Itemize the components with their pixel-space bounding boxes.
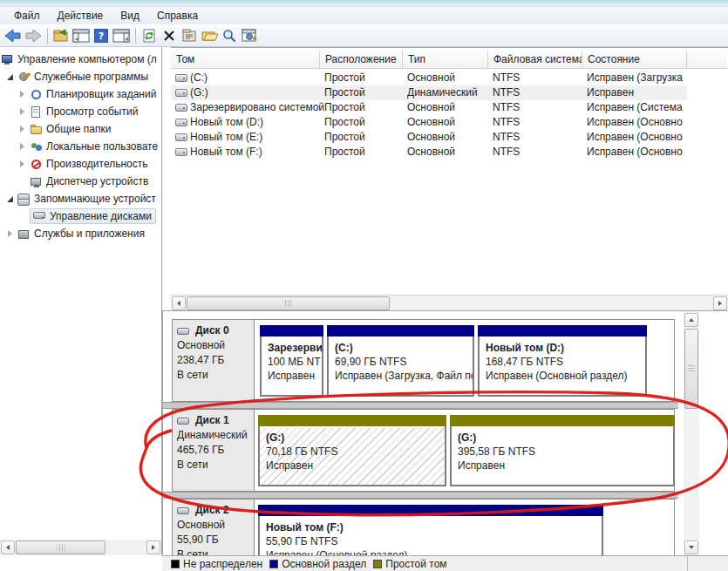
- disk0-partition-c[interactable]: (C:) 69,90 ГБ NTFS Исправен (Загрузка, Ф…: [327, 325, 474, 397]
- partition-color-bar: [450, 415, 675, 426]
- disk2-label[interactable]: Диск 2 Основной 55,90 ГБ В сети: [173, 500, 255, 556]
- collapsed-arrow-icon[interactable]: [17, 160, 28, 167]
- open-folder-icon[interactable]: [200, 26, 219, 45]
- tree-item-performance[interactable]: Производительность: [17, 155, 147, 173]
- menu-view[interactable]: Вид: [112, 8, 147, 24]
- tree-item-disk-management[interactable]: Управление дисками: [17, 207, 156, 225]
- properties-icon[interactable]: [180, 26, 199, 45]
- partition-color-bar: [327, 325, 474, 336]
- volume-row-c[interactable]: (C:) Простой Основной NTFS Исправен (Заг…: [171, 71, 687, 85]
- computer-icon: [1, 54, 14, 65]
- disk1-partition-g1[interactable]: (G:) 70,18 ГБ NTFS Исправен: [258, 415, 446, 486]
- storage-icon: [17, 194, 31, 205]
- tree-item-storage[interactable]: Запоминающие устройст: [4, 190, 156, 207]
- toolbar: ?: [0, 24, 728, 47]
- graph-v-scrollbar[interactable]: [684, 311, 699, 556]
- disk0-partition-d[interactable]: Новый том (D:) 168,47 ГБ NTFS Исправен (…: [478, 325, 647, 397]
- column-header-volume[interactable]: Том: [171, 51, 320, 69]
- tree-item-computer-management[interactable]: Управление компьютером (л: [1, 51, 157, 68]
- disk-management-window: Файл Действие Вид Справка ?: [0, 0, 728, 571]
- volume-icon: [175, 74, 187, 82]
- menu-help[interactable]: Справка: [149, 8, 206, 24]
- refresh-icon[interactable]: [139, 26, 159, 45]
- local-users-icon: [30, 141, 43, 153]
- action-pane-icon[interactable]: [112, 26, 131, 45]
- volume-row-d[interactable]: Новый том (D:) Простой Основной NTFS Исп…: [171, 115, 687, 130]
- disk1-label[interactable]: Диск 1 Динамический 465,76 ГБ В сети: [173, 410, 255, 491]
- disk0-label[interactable]: Диск 0 Основной 238,47 ГБ В сети: [173, 320, 255, 401]
- expanded-arrow-icon[interactable]: [4, 74, 16, 80]
- collapsed-arrow-icon[interactable]: [4, 230, 16, 237]
- unallocated-swatch: [171, 560, 180, 568]
- tree-item-device-manager[interactable]: Диспетчер устройств: [17, 173, 148, 190]
- disk2-partition-f[interactable]: Новый том (F:) 55,90 ГБ NTFS Исправен (О…: [258, 505, 603, 557]
- column-header-type[interactable]: Тип: [403, 51, 488, 69]
- graph-v-scroll-thumb[interactable]: [684, 329, 698, 409]
- tree-item-event-viewer[interactable]: Просмотр событий: [17, 103, 138, 120]
- scroll-right-icon[interactable]: [146, 540, 160, 554]
- collapsed-arrow-icon[interactable]: [17, 91, 28, 98]
- simple-volume-swatch: [373, 560, 382, 568]
- column-header-filesystem[interactable]: Файловая система: [488, 51, 582, 69]
- volume-list-header: Том Расположение Тип Файловая система Со…: [171, 51, 727, 69]
- tree-item-shared-folders[interactable]: Общие папки: [17, 120, 111, 138]
- volume-row-e[interactable]: Новый том (E:) Простой Основной NTFS Исп…: [171, 130, 687, 145]
- tree-h-scrollbar[interactable]: [0, 540, 161, 555]
- primary-partition-swatch: [269, 560, 278, 568]
- device-manager-icon: [30, 176, 43, 187]
- disk0-partition-reserved[interactable]: Зарезерви 100 МБ NT Исправен: [260, 325, 323, 397]
- tree-item-local-users[interactable]: Локальные пользовате: [17, 138, 158, 155]
- collapsed-arrow-icon[interactable]: [17, 143, 28, 150]
- console-tree-icon[interactable]: [71, 26, 91, 45]
- expanded-arrow-icon[interactable]: [4, 196, 16, 202]
- volume-row-system-reserved[interactable]: Зарезервировано системой Простой Основно…: [171, 100, 687, 115]
- list-h-scroll-thumb[interactable]: [187, 296, 390, 310]
- find-icon[interactable]: [220, 26, 239, 45]
- help-icon[interactable]: ?: [92, 26, 111, 45]
- volume-list-pane: Том Расположение Тип Файловая система Со…: [171, 47, 728, 310]
- partition-color-bar: [260, 325, 323, 336]
- partition-color-bar: [258, 415, 446, 426]
- collapsed-arrow-icon[interactable]: [17, 108, 28, 115]
- export-list-icon[interactable]: [51, 26, 71, 45]
- disk1-partition-g2[interactable]: (G:) 395,58 ГБ NTFS Исправен: [450, 415, 675, 486]
- collapsed-arrow-icon[interactable]: [17, 126, 28, 133]
- services-icon: [17, 228, 31, 240]
- row-gap: [163, 492, 678, 499]
- column-header-status[interactable]: Состояние: [582, 51, 687, 69]
- admin-tools-icon: [17, 71, 31, 83]
- tree-item-system-tools[interactable]: Служебные программы: [4, 68, 148, 85]
- tree-item-task-scheduler[interactable]: Планировщик заданий: [17, 85, 156, 103]
- svg-text:?: ?: [99, 31, 104, 42]
- scroll-left-icon[interactable]: [172, 296, 186, 310]
- volume-row-f[interactable]: Новый том (F:) Простой Основной NTFS Исп…: [171, 145, 687, 160]
- volume-icon: [175, 148, 187, 156]
- legend-primary-partition: Основной раздел: [269, 558, 366, 570]
- disk2-row: Диск 2 Основной 55,90 ГБ В сети Новый то…: [172, 499, 675, 556]
- legend-unallocated: Не распределен: [171, 558, 262, 570]
- column-header-layout[interactable]: Расположение: [320, 51, 403, 69]
- menu-bar: Файл Действие Вид Справка: [0, 7, 728, 24]
- tree-item-services-apps[interactable]: Службы и приложения: [4, 225, 145, 242]
- scroll-left-icon[interactable]: [1, 540, 15, 554]
- volume-icon: [175, 133, 187, 141]
- tree-h-scroll-thumb[interactable]: [16, 540, 105, 554]
- menu-action[interactable]: Действие: [50, 8, 112, 24]
- disk-graphical-pane: Диск 0 Основной 238,47 ГБ В сети Зарезер…: [162, 310, 728, 555]
- volume-row-g[interactable]: (G:) Простой Динамический NTFS Исправен: [171, 85, 687, 100]
- scroll-down-icon[interactable]: [684, 540, 698, 554]
- menu-file[interactable]: Файл: [6, 8, 48, 24]
- disk-management-icon: [33, 211, 46, 222]
- scroll-up-icon[interactable]: [684, 313, 698, 327]
- disk1-row: Диск 1 Динамический 465,76 ГБ В сети (G:…: [172, 409, 675, 492]
- back-icon[interactable]: [3, 26, 23, 45]
- scroll-right-icon[interactable]: [713, 296, 727, 310]
- list-h-scrollbar[interactable]: [171, 295, 728, 311]
- legend-simple-volume: Простой том: [373, 558, 446, 570]
- delete-icon[interactable]: [160, 26, 179, 45]
- volume-icon: [175, 104, 187, 112]
- forward-icon[interactable]: [24, 26, 43, 45]
- settings-window-icon[interactable]: [240, 26, 259, 45]
- disk-icon: [177, 415, 189, 426]
- partition-color-bar: [258, 505, 603, 516]
